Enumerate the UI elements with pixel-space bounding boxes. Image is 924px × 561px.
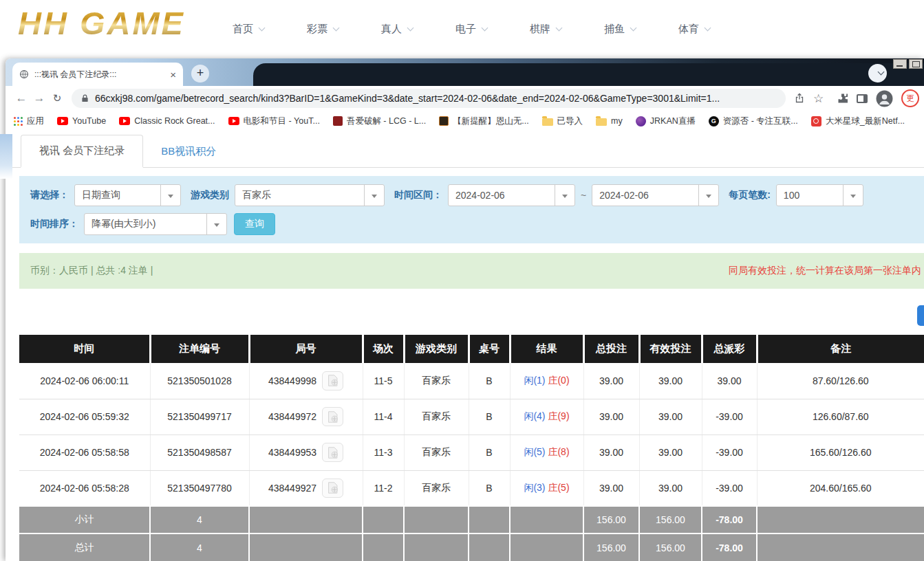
video-replay-button[interactable] (322, 407, 343, 426)
sort-select[interactable]: 降幂(由大到小) (84, 213, 227, 235)
side-panel-button[interactable] (857, 94, 868, 103)
result-player: 闲(1) (524, 375, 545, 386)
sort-label: 时间排序： (30, 218, 78, 230)
date-end-value: 2024-02-06 (599, 190, 649, 201)
table-header-row: 时间 注单编号 局号 场次 游戏类别 桌号 结果 总投注 有效投注 总派彩 备注 (19, 335, 924, 363)
forward-button[interactable]: → (30, 91, 48, 105)
bookmark-label: JRKAN直播 (650, 116, 696, 127)
result-player: 闲(4) (524, 410, 545, 421)
site-icon-52pojie (333, 116, 343, 126)
refresh-button[interactable]: ↻ (48, 92, 66, 104)
video-replay-button[interactable] (322, 443, 343, 462)
page-size-select[interactable]: 100 (776, 184, 863, 206)
bookmark-label: 应用 (27, 116, 44, 127)
maximize-button[interactable] (909, 59, 923, 69)
cell-total-bet[interactable]: 39.00 (583, 363, 639, 399)
nav-item-live[interactable]: 真人 (381, 23, 413, 36)
extensions-button[interactable] (837, 93, 848, 104)
chevron-down-button[interactable] (868, 64, 887, 82)
profile-button[interactable] (876, 90, 893, 107)
profile-badge[interactable]: 更 (901, 89, 919, 107)
nav-label: 体育 (678, 23, 699, 36)
floating-side-button[interactable] (917, 305, 924, 326)
cell-payout: -39.00 (702, 399, 757, 434)
cell-round-id: 438449972 (249, 399, 363, 434)
nav-item-sports[interactable]: 体育 (678, 23, 710, 36)
bookmark-enshan[interactable]: 【新提醒】恩山无... (439, 116, 528, 127)
main-nav: 首页 彩票 真人 电子 棋牌 捕鱼 体育 (233, 23, 710, 36)
bookmark-label: 【新提醒】恩山无... (453, 116, 528, 127)
back-button[interactable]: ← (12, 91, 30, 105)
video-replay-button[interactable] (322, 478, 343, 498)
date-start-select[interactable]: 2024-02-06 (448, 184, 575, 206)
nav-item-fishing[interactable]: 捕鱼 (604, 23, 636, 36)
result-banker: 庄(9) (548, 410, 569, 421)
result-player: 闲(5) (524, 446, 545, 457)
cell-bet-id: 521350498587 (150, 434, 249, 470)
cell-game: 百家乐 (404, 399, 469, 434)
browser-tab[interactable]: :::视讯 会员下注纪录::: × (12, 63, 183, 86)
cell-total-bet[interactable]: 39.00 (583, 399, 639, 434)
subtotal-label: 小计 (19, 506, 150, 534)
new-tab-button[interactable]: + (191, 65, 209, 82)
cell-payout: 39.00 (702, 363, 757, 399)
nav-label: 首页 (233, 23, 253, 36)
bookmark-apps[interactable]: 应用 (14, 116, 44, 127)
browser-window: :::视讯 会员下注纪录::: × + ← → ↻ 66cxkj98.com/g… (6, 58, 924, 561)
bookmark-52pojie[interactable]: 吾爱破解 - LCG - L... (333, 116, 426, 127)
nav-label: 真人 (381, 23, 402, 36)
nav-label: 棋牌 (530, 23, 550, 36)
close-icon[interactable]: × (170, 69, 176, 80)
nav-item-lottery[interactable]: 彩票 (307, 23, 339, 36)
bookmark-dami[interactable]: 大米星球_最新Netf... (811, 116, 905, 127)
date-separator: ~ (581, 190, 586, 201)
query-type-select[interactable]: 日期查询 (74, 184, 181, 206)
chevron-down-icon (333, 25, 340, 32)
nav-item-slots[interactable]: 电子 (455, 23, 487, 36)
nav-item-home[interactable]: 首页 (233, 23, 264, 36)
minimize-button[interactable] (893, 59, 907, 69)
bookmark-imported-folder[interactable]: 已导入 (542, 116, 583, 127)
header-note: 备注 (757, 335, 924, 363)
cell-result: 闲(1) 庄(0) (510, 363, 583, 399)
cell-total-bet[interactable]: 39.00 (583, 470, 639, 506)
cell-session: 11-2 (363, 470, 404, 506)
bookmark-classic-rock[interactable]: Classic Rock Great... (119, 116, 215, 126)
bookmark-youtube[interactable]: YouTube (57, 116, 106, 126)
share-button[interactable] (794, 93, 805, 104)
bet-records-table: 时间 注单编号 局号 场次 游戏类别 桌号 结果 总投注 有效投注 总派彩 备注… (19, 335, 924, 561)
video-replay-icon (326, 446, 340, 459)
tab-bb-video-points[interactable]: BB视讯积分 (143, 136, 234, 167)
bookmark-label: my (611, 116, 623, 126)
bookmark-ziyuan[interactable]: G资源否 - 专注互联... (709, 116, 798, 127)
cell-table-no: B (469, 470, 510, 506)
globe-icon (19, 69, 29, 79)
subtotal-total-bet: 156.00 (583, 506, 639, 534)
bookmark-movies[interactable]: 电影和节目 - YouT... (228, 116, 320, 127)
bookmark-jrkan[interactable]: JRKAN直播 (636, 116, 696, 127)
cell-note: 87.60/126.60 (757, 363, 924, 399)
url-bar[interactable]: 66cxkj98.com/game/betrecord_search/kind3… (72, 89, 786, 108)
bookmark-star-button[interactable]: ☆ (813, 91, 824, 106)
nav-item-chess[interactable]: 棋牌 (530, 23, 561, 36)
video-replay-icon (326, 410, 340, 424)
bookmark-label: YouTube (72, 116, 106, 126)
summary-currency-count: 币别：人民币 | 总共 :4 注单 | (30, 265, 153, 277)
total-total-bet: 156.00 (583, 534, 639, 561)
subtotal-count: 4 (150, 506, 249, 534)
cell-total-bet[interactable]: 39.00 (583, 434, 639, 470)
video-replay-button[interactable] (322, 371, 343, 390)
cell-bet-id: 521350501028 (150, 363, 249, 399)
browser-tab-strip: :::视讯 会员下注纪录::: × + (6, 58, 924, 86)
bookmark-my-folder[interactable]: my (596, 116, 623, 126)
lock-icon (81, 94, 89, 103)
search-button[interactable]: 查询 (234, 213, 275, 235)
tab-video-bet-records[interactable]: 视讯 会员下注纪录 (21, 135, 143, 168)
chevron-down-icon (407, 25, 414, 32)
tabstrip-background-image (253, 63, 924, 86)
date-end-select[interactable]: 2024-02-06 (592, 184, 719, 206)
header-round-id: 局号 (249, 335, 363, 363)
game-type-select[interactable]: 百家乐 (235, 184, 385, 206)
share-icon (794, 93, 805, 104)
round-id-text: 438449953 (268, 447, 316, 458)
